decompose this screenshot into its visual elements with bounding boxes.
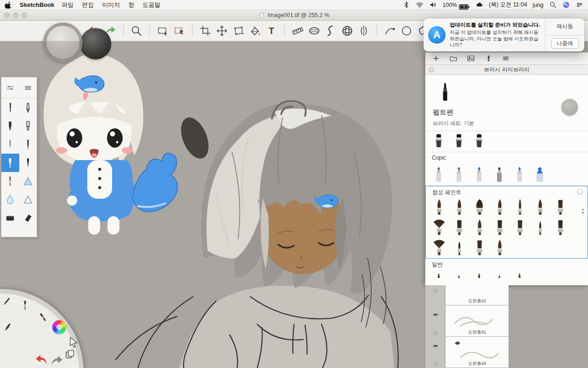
brush-color-puck[interactable] (80, 28, 111, 59)
palette-tool-airbrush[interactable] (19, 135, 37, 154)
layer-lock-icon[interactable] (433, 362, 438, 367)
brush-small[interactable] (452, 272, 466, 278)
tool-perspective[interactable] (340, 23, 355, 39)
palette-tool-marker[interactable] (1, 117, 19, 135)
restart-button[interactable]: 재시동 (545, 18, 584, 35)
cursor-icon[interactable] (67, 336, 80, 349)
volume-icon[interactable] (429, 1, 437, 9)
menu-이미지[interactable]: 이미지 (102, 1, 120, 9)
spotlight-icon[interactable] (549, 1, 557, 9)
section-synthetic-paint[interactable]: 합성 페인트 (425, 186, 588, 259)
tool-symmetry[interactable] (356, 23, 371, 39)
palette-tool-ink-pen[interactable] (19, 154, 37, 172)
palette-tool-marker-chisel[interactable] (19, 117, 37, 135)
brush-image-button[interactable] (467, 54, 475, 63)
brush-preview-puck[interactable] (561, 99, 578, 115)
brush-settings-icon[interactable] (6, 83, 15, 92)
menu-파일[interactable]: 파일 (62, 1, 74, 9)
puck-pencil-icon[interactable] (1, 296, 12, 307)
panel-menu-button[interactable] (502, 54, 510, 63)
brush-wide[interactable] (473, 198, 486, 216)
brush-flat[interactable] (513, 218, 527, 236)
brush-round[interactable] (493, 198, 507, 216)
brush-library-button[interactable] (484, 54, 492, 63)
brush-round[interactable] (452, 198, 466, 216)
layer-lock-icon[interactable] (433, 288, 438, 293)
tool-ruler[interactable] (290, 23, 305, 39)
brush-copic[interactable] (432, 166, 446, 184)
brush-fan[interactable] (432, 218, 446, 236)
brush-flat[interactable] (493, 218, 507, 236)
palette-tool-eraser-block[interactable] (1, 209, 19, 227)
palette-tool-gold-brush[interactable] (1, 172, 19, 190)
panel-close-button[interactable] (428, 67, 435, 73)
layer-lock-icon[interactable] (433, 330, 438, 336)
bluetooth-icon[interactable] (402, 1, 410, 9)
wifi-icon[interactable] (416, 1, 424, 9)
tool-french-curve[interactable] (323, 23, 338, 39)
tool-circle[interactable] (399, 23, 414, 39)
puck-brush-icon[interactable] (19, 300, 30, 311)
palette-tool-pencil[interactable] (1, 98, 19, 117)
brush-tall[interactable] (513, 198, 527, 216)
menu-도움말[interactable]: 도움말 (142, 1, 160, 9)
section-copic-label[interactable]: Copic (425, 152, 588, 162)
brush-flat[interactable] (473, 239, 486, 256)
palette-tool-eraser-angled[interactable] (19, 209, 37, 227)
brush-small[interactable] (533, 218, 547, 236)
tool-text[interactable]: T (264, 23, 279, 39)
brush-flat[interactable] (554, 198, 567, 216)
brush-ink-cyl[interactable] (472, 132, 486, 150)
layer-visibility-icon[interactable] (432, 342, 439, 350)
tool-distort[interactable] (231, 23, 246, 39)
add-brush-button[interactable] (432, 54, 440, 63)
brush-small[interactable] (452, 239, 466, 256)
menu-창[interactable]: 창 (128, 1, 134, 9)
brush-tall[interactable] (432, 272, 446, 278)
puck-redo-button[interactable] (51, 354, 63, 367)
layer-row[interactable]: 도면층22 (446, 285, 509, 305)
palette-layout-icon[interactable] (23, 83, 33, 92)
section-general-label[interactable]: 일반 (425, 259, 588, 270)
brush-copic-blue[interactable] (472, 166, 486, 184)
brush-library-titlebar[interactable]: 브러시 라이브러리 (425, 65, 588, 75)
puck-paintbrush-icon[interactable] (38, 312, 49, 323)
brush-round[interactable] (473, 218, 486, 236)
brush-copic[interactable] (452, 166, 466, 184)
color-wheel[interactable] (52, 320, 66, 334)
brush-round[interactable] (493, 239, 507, 256)
brush-folder-button[interactable] (449, 54, 458, 63)
brush-flat[interactable] (452, 218, 466, 236)
app-menu-title[interactable]: SketchBook (20, 1, 54, 8)
tool-move[interactable] (215, 23, 229, 39)
layer-row[interactable]: 도면층31 (446, 305, 509, 337)
puck-duplicate-icon[interactable] (64, 349, 75, 360)
brush-ink-cyl[interactable] (432, 132, 446, 150)
brush-copic-blue[interactable] (513, 166, 526, 184)
tool-ellipse-guide[interactable] (307, 23, 322, 39)
brush-copic-blue-wide[interactable] (533, 166, 547, 184)
reorder-handle-icon[interactable] (579, 207, 587, 218)
tool-select-rect[interactable] (155, 23, 170, 39)
brush-size-puck[interactable] (43, 23, 83, 62)
apple-menu-icon[interactable] (5, 1, 12, 9)
brush-flat[interactable] (554, 218, 567, 236)
puck-pen-icon[interactable] (2, 322, 13, 333)
palette-tool-paintbrush[interactable] (1, 154, 19, 172)
brush-ink-cyl[interactable] (452, 132, 466, 150)
brush-small[interactable] (492, 272, 506, 278)
palette-tool-smudge-outline[interactable] (19, 190, 37, 209)
zoom-window-button[interactable] (22, 12, 27, 18)
battery-status[interactable]: 100% (442, 1, 470, 8)
brush-copic-dark[interactable] (492, 166, 506, 184)
selected-brush-icon[interactable] (438, 81, 452, 104)
tool-steady-stroke[interactable] (383, 23, 397, 39)
brush-round[interactable] (533, 198, 547, 216)
later-button[interactable]: 나중에 (545, 35, 584, 52)
siri-icon[interactable] (562, 1, 570, 9)
puck-undo-button[interactable] (35, 353, 48, 366)
brush-tall[interactable] (513, 272, 526, 278)
minimize-window-button[interactable] (13, 12, 18, 18)
notification-center-icon[interactable] (576, 1, 583, 9)
palette-tool-fine-pen[interactable] (1, 135, 19, 154)
